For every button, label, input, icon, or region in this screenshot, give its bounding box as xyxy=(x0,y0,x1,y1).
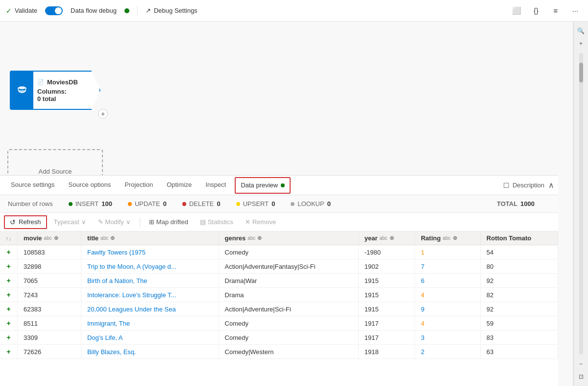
row-year-3: 1915 xyxy=(358,288,415,302)
row-rating-4: 9 xyxy=(415,302,480,316)
remove-button[interactable]: ✕ Remove xyxy=(240,216,281,228)
row-year-2: 1915 xyxy=(358,274,415,288)
action-separator xyxy=(140,217,140,227)
table-row: + 7243 Intolerance: Love's Struggle T...… xyxy=(0,288,558,302)
table-row: + 3309 Dog's Life, A Comedy 1917 3 83 xyxy=(0,331,558,345)
row-rating-3: 4 xyxy=(415,288,480,302)
top-toolbar: ✓ Validate Data flow debug ↗ Debug Setti… xyxy=(0,0,588,22)
code-icon-button[interactable]: {} xyxy=(529,4,543,18)
zoom-out-button[interactable]: − xyxy=(576,359,587,369)
row-movie-6: 3309 xyxy=(18,331,81,345)
title-col-icon[interactable]: ⊕ xyxy=(110,235,115,241)
debug-settings-button[interactable]: ↗ Debug Settings xyxy=(146,7,197,14)
zoom-track[interactable] xyxy=(579,53,583,355)
typecast-chevron-icon: ∨ xyxy=(81,218,86,226)
refresh-button[interactable]: ↺ Refresh xyxy=(4,215,47,229)
row-genres-4: Action|Adventure|Sci-Fi xyxy=(219,302,358,316)
row-title-2: Birth of a Nation, The xyxy=(81,274,219,288)
data-table-scroll[interactable]: ↑↓ movie abc ⊕ ti xyxy=(0,232,558,369)
row-title-4: 20,000 Leagues Under the Sea xyxy=(81,302,219,316)
stats-delete: DELETE 0 xyxy=(182,200,220,207)
row-rotten-6: 83 xyxy=(480,331,558,345)
row-title-6: Dog's Life, A xyxy=(81,331,219,345)
modify-button[interactable]: ✎ Modify ∨ xyxy=(93,216,136,228)
movies-db-node[interactable]: 📄 MoviesDB Columns: 0 total xyxy=(10,71,100,110)
row-rotten-4: 92 xyxy=(480,302,558,316)
col-rating-header[interactable]: Rating abc ⊕ xyxy=(415,232,480,245)
toolbar-separator xyxy=(137,6,138,16)
rating-col-icon[interactable]: ⊕ xyxy=(453,235,457,241)
upsert-indicator xyxy=(236,202,240,206)
row-rating-1: 7 xyxy=(415,259,480,274)
row-plus-6: + xyxy=(0,331,18,345)
table-row: + 7065 Birth of a Nation, The Drama|War … xyxy=(0,274,558,288)
typecast-button[interactable]: Typecast ∨ xyxy=(49,216,91,228)
debug-status-indicator xyxy=(124,8,129,13)
node-plus-button[interactable]: + xyxy=(98,109,108,119)
row-genres-5: Comedy xyxy=(219,316,358,331)
stats-insert: INSERT 100 xyxy=(69,200,112,207)
svg-point-0 xyxy=(18,86,26,89)
year-col-icon[interactable]: ⊕ xyxy=(390,235,394,241)
map-drifted-button[interactable]: ⊞ Map drifted xyxy=(144,216,193,228)
stats-bar: Number of rows INSERT 100 UPDATE 0 DELET… xyxy=(0,195,558,213)
row-year-5: 1917 xyxy=(358,316,415,331)
validate-label: Validate xyxy=(15,7,37,14)
zoom-in-button[interactable]: + xyxy=(576,38,587,49)
row-genres-2: Drama|War xyxy=(219,274,358,288)
tab-data-preview[interactable]: Data preview xyxy=(235,177,291,194)
row-title-1: Trip to the Moon, A (Voyage d... xyxy=(81,259,219,274)
tab-source-settings[interactable]: Source settings xyxy=(4,176,62,195)
table-row: + 8511 Immigrant, The Comedy 1917 4 59 xyxy=(0,316,558,331)
stats-lookup: LOOKUP 0 xyxy=(291,200,330,207)
map-drifted-icon: ⊞ xyxy=(149,218,154,226)
row-plus-2: + xyxy=(0,274,18,288)
col-rotten-header[interactable]: Rotton Tomato xyxy=(480,232,558,245)
collapse-button[interactable]: ∧ xyxy=(548,180,554,190)
tab-projection[interactable]: Projection xyxy=(118,176,160,195)
row-plus-4: + xyxy=(0,302,18,316)
col-title-header[interactable]: title abc ⊕ xyxy=(81,232,219,245)
delete-indicator xyxy=(182,202,186,206)
bottom-panel: Source settings Source options Projectio… xyxy=(0,175,558,386)
row-movie-2: 7065 xyxy=(18,274,81,288)
search-icon-button[interactable]: 🔍 xyxy=(576,26,587,36)
row-genres-1: Action|Adventure|Fantasy|Sci-Fi xyxy=(219,259,358,274)
row-movie-5: 8511 xyxy=(18,316,81,331)
row-title-7: Billy Blazes, Esq. xyxy=(81,345,219,359)
row-rating-6: 3 xyxy=(415,331,480,345)
statistics-button[interactable]: ▤ Statistics xyxy=(195,216,238,228)
debug-toggle[interactable] xyxy=(45,6,63,15)
toggle-knob xyxy=(55,7,62,14)
col-year-header[interactable]: year abc ⊕ xyxy=(358,232,415,245)
col-movie-header[interactable]: movie abc ⊕ xyxy=(18,232,81,245)
tab-inspect[interactable]: Inspect xyxy=(198,176,233,195)
tab-source-options[interactable]: Source options xyxy=(62,176,118,195)
canvas-area[interactable]: 📄 MoviesDB Columns: 0 total + Add Source… xyxy=(0,22,573,386)
row-genres-0: Comedy xyxy=(219,245,358,259)
script-icon-button[interactable]: ⬜ xyxy=(510,4,523,18)
description-button[interactable]: ☐ Description xyxy=(503,181,544,189)
row-movie-7: 72626 xyxy=(18,345,81,359)
movie-col-icon[interactable]: ⊕ xyxy=(54,235,58,241)
top-right-icons: ⬜ {} ≡ ··· xyxy=(510,4,582,18)
row-plus-1: + xyxy=(0,259,18,274)
tabs-bar: Source settings Source options Projectio… xyxy=(0,176,558,195)
row-rating-5: 4 xyxy=(415,316,480,331)
more-icon-button[interactable]: ··· xyxy=(568,4,582,18)
row-movie-1: 32898 xyxy=(18,259,81,274)
description-icon: ☐ xyxy=(503,181,510,189)
genres-col-icon[interactable]: ⊕ xyxy=(257,235,262,241)
row-plus-3: + xyxy=(0,288,18,302)
tab-optimize[interactable]: Optimize xyxy=(160,176,198,195)
row-plus-7: + xyxy=(0,345,18,359)
row-title-3: Intolerance: Love's Struggle T... xyxy=(81,288,219,302)
fit-view-button[interactable]: ⊡ xyxy=(576,371,587,382)
col-sort-header[interactable]: ↑↓ xyxy=(0,232,18,245)
table-row: + 72626 Billy Blazes, Esq. Comedy|Wester… xyxy=(0,345,558,359)
col-genres-header[interactable]: genres abc ⊕ xyxy=(219,232,358,245)
settings-icon-button[interactable]: ≡ xyxy=(549,4,563,18)
lookup-indicator xyxy=(291,202,294,206)
stats-update: UPDATE 0 xyxy=(128,200,167,207)
validate-button[interactable]: ✓ Validate xyxy=(6,7,37,15)
